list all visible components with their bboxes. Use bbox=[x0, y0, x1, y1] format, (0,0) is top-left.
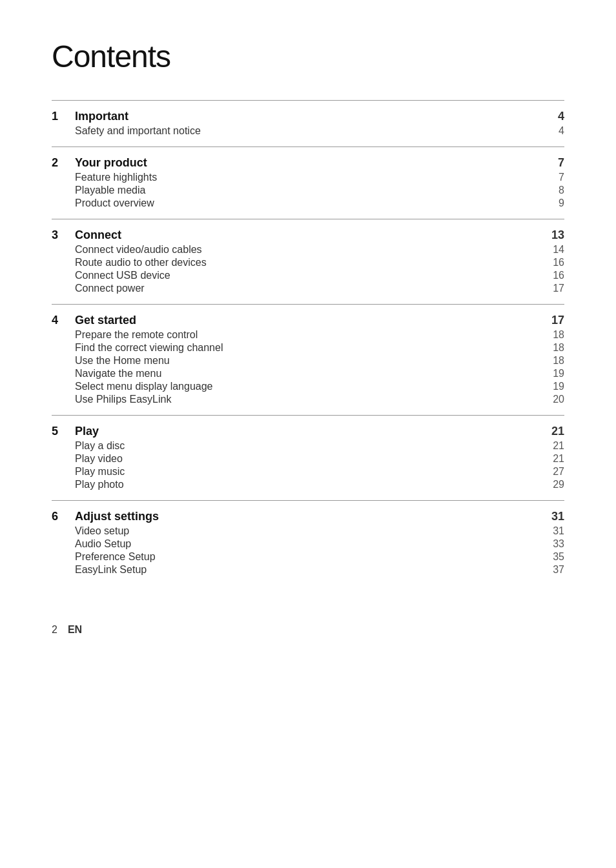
toc-sub-row: Connect power17 bbox=[52, 282, 564, 295]
section-heading-row: 5Play21 bbox=[52, 416, 564, 439]
sub-item-title: Audio Setup bbox=[75, 538, 546, 550]
toc-section-4: 5Play21Play a disc21Play video21Play mus… bbox=[52, 416, 564, 500]
sub-item-page-number: 27 bbox=[546, 466, 564, 478]
sub-item-page-number: 18 bbox=[546, 355, 564, 367]
section-number: 4 bbox=[52, 314, 75, 327]
sub-item-page-number: 21 bbox=[546, 440, 564, 452]
sub-item-title: Playable media bbox=[75, 185, 546, 196]
sub-item-page-number: 9 bbox=[546, 197, 564, 209]
section-page-number: 17 bbox=[546, 314, 564, 327]
sub-item-page-number: 14 bbox=[546, 244, 564, 256]
toc-sub-row: Connect video/audio cables14 bbox=[52, 243, 564, 256]
sub-item-page-number: 16 bbox=[546, 270, 564, 281]
sub-item-title: EasyLink Setup bbox=[75, 564, 546, 576]
sub-item-title: Find the correct viewing channel bbox=[75, 342, 546, 354]
footer-language: EN bbox=[68, 624, 82, 636]
sub-item-title: Connect power bbox=[75, 283, 546, 294]
toc-sub-row: Use the Home menu18 bbox=[52, 354, 564, 367]
toc-sub-row: Find the correct viewing channel18 bbox=[52, 341, 564, 354]
sub-item-page-number: 17 bbox=[546, 283, 564, 294]
sub-item-title: Product overview bbox=[75, 197, 546, 209]
sub-item-page-number: 31 bbox=[546, 525, 564, 537]
section-page-number: 4 bbox=[546, 110, 564, 123]
toc-sub-row: Play music27 bbox=[52, 465, 564, 478]
section-page-number: 13 bbox=[546, 228, 564, 242]
section-title: Your product bbox=[75, 156, 546, 170]
sub-item-page-number: 20 bbox=[546, 394, 564, 405]
toc-sub-row: Play a disc21 bbox=[52, 439, 564, 452]
section-title: Get started bbox=[75, 314, 546, 327]
toc-sub-row: Prepare the remote control18 bbox=[52, 328, 564, 341]
toc-sub-row: Play photo29 bbox=[52, 478, 564, 491]
section-title: Play bbox=[75, 425, 546, 438]
sub-item-title: Play a disc bbox=[75, 440, 546, 452]
section-number: 1 bbox=[52, 110, 75, 123]
sub-item-page-number: 19 bbox=[546, 381, 564, 392]
toc-section-3: 4Get started17Prepare the remote control… bbox=[52, 305, 564, 415]
footer-page-number: 2 bbox=[52, 624, 57, 636]
toc-sub-row: Navigate the menu19 bbox=[52, 367, 564, 380]
sub-item-title: Feature highlights bbox=[75, 172, 546, 183]
section-title: Important bbox=[75, 110, 546, 123]
section-page-number: 21 bbox=[546, 425, 564, 438]
sub-item-title: Preference Setup bbox=[75, 551, 546, 563]
sub-item-title: Play music bbox=[75, 466, 546, 478]
toc-sub-row: EasyLink Setup37 bbox=[52, 563, 564, 576]
section-heading-row: 3Connect13 bbox=[52, 219, 564, 243]
section-number: 3 bbox=[52, 228, 75, 242]
sub-item-page-number: 33 bbox=[546, 538, 564, 550]
sub-item-page-number: 35 bbox=[546, 551, 564, 563]
sub-item-title: Play photo bbox=[75, 479, 546, 490]
section-number: 2 bbox=[52, 156, 75, 170]
section-heading-row: 2Your product7 bbox=[52, 147, 564, 171]
sub-item-page-number: 7 bbox=[546, 172, 564, 183]
toc-section-2: 3Connect13Connect video/audio cables14Ro… bbox=[52, 219, 564, 304]
toc-sub-row: Connect USB device16 bbox=[52, 269, 564, 282]
sub-item-page-number: 21 bbox=[546, 453, 564, 465]
toc-sub-row: Preference Setup35 bbox=[52, 550, 564, 563]
sub-item-page-number: 18 bbox=[546, 329, 564, 341]
toc-sub-row: Product overview9 bbox=[52, 197, 564, 210]
sub-item-title: Use the Home menu bbox=[75, 355, 546, 367]
toc-sub-row: Audio Setup33 bbox=[52, 538, 564, 550]
sub-item-page-number: 8 bbox=[546, 185, 564, 196]
toc-sub-row: Use Philips EasyLink20 bbox=[52, 393, 564, 406]
section-title: Adjust settings bbox=[75, 510, 546, 523]
section-number: 5 bbox=[52, 425, 75, 438]
sub-item-title: Play video bbox=[75, 453, 546, 465]
toc-section-5: 6Adjust settings31Video setup31Audio Set… bbox=[52, 501, 564, 585]
section-page-number: 31 bbox=[546, 510, 564, 523]
sub-item-page-number: 16 bbox=[546, 257, 564, 268]
sub-item-page-number: 4 bbox=[546, 125, 564, 137]
sub-item-title: Prepare the remote control bbox=[75, 329, 546, 341]
sub-item-title: Safety and important notice bbox=[75, 125, 546, 137]
page-title: Contents bbox=[52, 39, 564, 74]
toc-sub-row: Safety and important notice4 bbox=[52, 125, 564, 137]
toc-sub-row: Playable media8 bbox=[52, 184, 564, 197]
section-heading-row: 6Adjust settings31 bbox=[52, 501, 564, 525]
section-heading-row: 4Get started17 bbox=[52, 305, 564, 328]
sub-item-title: Connect USB device bbox=[75, 270, 546, 281]
sub-item-title: Connect video/audio cables bbox=[75, 244, 546, 256]
sub-item-page-number: 37 bbox=[546, 564, 564, 576]
sub-item-title: Select menu display language bbox=[75, 381, 546, 392]
toc-section-0: 1Important4Safety and important notice4 bbox=[52, 101, 564, 146]
sub-item-page-number: 29 bbox=[546, 479, 564, 490]
sub-item-page-number: 18 bbox=[546, 342, 564, 354]
sub-item-title: Use Philips EasyLink bbox=[75, 394, 546, 405]
toc-sub-row: Select menu display language19 bbox=[52, 380, 564, 393]
toc-container: 1Important4Safety and important notice42… bbox=[52, 100, 564, 585]
toc-sub-row: Play video21 bbox=[52, 452, 564, 465]
toc-sub-row: Video setup31 bbox=[52, 525, 564, 538]
section-number: 6 bbox=[52, 510, 75, 523]
footer: 2 EN bbox=[52, 624, 564, 636]
section-heading-row: 1Important4 bbox=[52, 101, 564, 125]
section-page-number: 7 bbox=[546, 156, 564, 170]
toc-sub-row: Route audio to other devices16 bbox=[52, 256, 564, 269]
toc-sub-row: Feature highlights7 bbox=[52, 171, 564, 184]
toc-section-1: 2Your product7Feature highlights7Playabl… bbox=[52, 147, 564, 219]
sub-item-page-number: 19 bbox=[546, 368, 564, 379]
sub-item-title: Navigate the menu bbox=[75, 368, 546, 379]
sub-item-title: Route audio to other devices bbox=[75, 257, 546, 268]
section-title: Connect bbox=[75, 228, 546, 242]
